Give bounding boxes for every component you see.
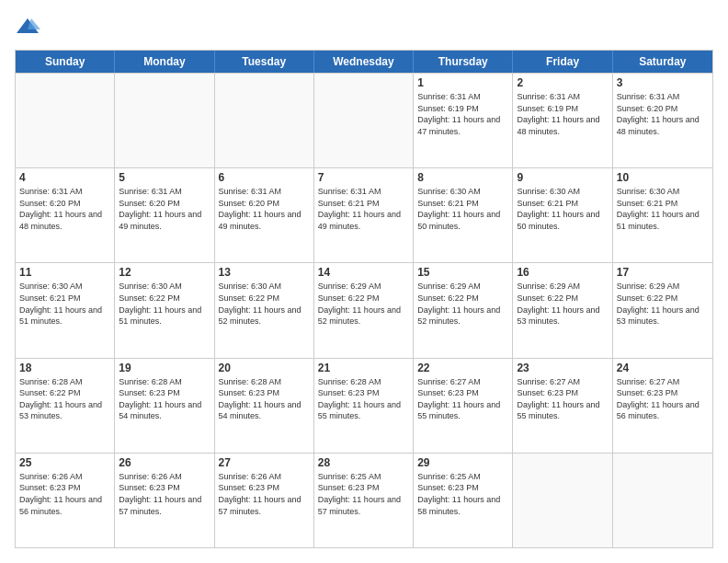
header-day-saturday: Saturday [613, 51, 712, 73]
calendar-row-4: 25Sunrise: 6:26 AM Sunset: 6:23 PM Dayli… [16, 453, 712, 547]
header-day-sunday: Sunday [16, 51, 115, 73]
day-number: 26 [119, 456, 210, 469]
day-cell-27: 27Sunrise: 6:26 AM Sunset: 6:23 PM Dayli… [215, 454, 314, 547]
day-cell-4: 4Sunrise: 6:31 AM Sunset: 6:20 PM Daylig… [16, 168, 115, 262]
cell-details: Sunrise: 6:30 AM Sunset: 6:21 PM Dayligh… [417, 186, 508, 232]
day-cell-empty-0-2 [215, 74, 314, 167]
day-cell-6: 6Sunrise: 6:31 AM Sunset: 6:20 PM Daylig… [215, 168, 314, 262]
cell-details: Sunrise: 6:27 AM Sunset: 6:23 PM Dayligh… [517, 376, 608, 422]
day-number: 19 [119, 362, 210, 374]
calendar-row-1: 4Sunrise: 6:31 AM Sunset: 6:20 PM Daylig… [16, 167, 712, 262]
cell-details: Sunrise: 6:31 AM Sunset: 6:19 PM Dayligh… [517, 91, 608, 137]
day-number: 23 [517, 362, 608, 374]
day-number: 24 [617, 362, 709, 374]
day-cell-7: 7Sunrise: 6:31 AM Sunset: 6:21 PM Daylig… [314, 168, 414, 262]
day-number: 8 [417, 171, 508, 184]
header-day-wednesday: Wednesday [314, 51, 414, 73]
cell-details: Sunrise: 6:31 AM Sunset: 6:21 PM Dayligh… [318, 186, 409, 232]
header [15, 15, 713, 40]
day-cell-28: 28Sunrise: 6:25 AM Sunset: 6:23 PM Dayli… [314, 454, 414, 547]
cell-details: Sunrise: 6:31 AM Sunset: 6:19 PM Dayligh… [417, 91, 508, 137]
cell-details: Sunrise: 6:26 AM Sunset: 6:23 PM Dayligh… [219, 471, 310, 517]
calendar-header: SundayMondayTuesdayWednesdayThursdayFrid… [16, 51, 712, 73]
cell-details: Sunrise: 6:26 AM Sunset: 6:23 PM Dayligh… [119, 471, 210, 517]
cell-details: Sunrise: 6:25 AM Sunset: 6:23 PM Dayligh… [417, 471, 508, 517]
day-cell-empty-4-5 [513, 454, 612, 547]
header-day-friday: Friday [513, 51, 612, 73]
day-cell-empty-0-1 [115, 74, 214, 167]
day-cell-11: 11Sunrise: 6:30 AM Sunset: 6:21 PM Dayli… [16, 263, 115, 357]
day-number: 13 [219, 266, 310, 279]
calendar-row-0: 1Sunrise: 6:31 AM Sunset: 6:19 PM Daylig… [16, 73, 712, 167]
day-cell-5: 5Sunrise: 6:31 AM Sunset: 6:20 PM Daylig… [115, 168, 214, 262]
day-number: 22 [417, 362, 508, 374]
day-number: 28 [318, 456, 409, 469]
cell-details: Sunrise: 6:31 AM Sunset: 6:20 PM Dayligh… [119, 186, 210, 232]
day-number: 12 [119, 266, 210, 279]
cell-details: Sunrise: 6:30 AM Sunset: 6:22 PM Dayligh… [119, 281, 210, 327]
day-number: 20 [219, 362, 310, 374]
day-number: 14 [318, 266, 409, 279]
day-cell-29: 29Sunrise: 6:25 AM Sunset: 6:23 PM Dayli… [414, 454, 513, 547]
day-number: 15 [417, 266, 508, 279]
day-number: 6 [219, 171, 310, 184]
day-cell-14: 14Sunrise: 6:29 AM Sunset: 6:22 PM Dayli… [314, 263, 414, 357]
day-number: 7 [318, 171, 409, 184]
cell-details: Sunrise: 6:29 AM Sunset: 6:22 PM Dayligh… [617, 281, 709, 327]
day-cell-16: 16Sunrise: 6:29 AM Sunset: 6:22 PM Dayli… [513, 263, 612, 357]
cell-details: Sunrise: 6:25 AM Sunset: 6:23 PM Dayligh… [318, 471, 409, 517]
day-cell-1: 1Sunrise: 6:31 AM Sunset: 6:19 PM Daylig… [414, 74, 513, 167]
calendar: SundayMondayTuesdayWednesdayThursdayFrid… [15, 50, 713, 548]
day-cell-23: 23Sunrise: 6:27 AM Sunset: 6:23 PM Dayli… [513, 359, 612, 453]
logo-icon [15, 15, 40, 40]
cell-details: Sunrise: 6:28 AM Sunset: 6:23 PM Dayligh… [219, 376, 310, 422]
day-cell-empty-0-0 [16, 74, 115, 167]
cell-details: Sunrise: 6:28 AM Sunset: 6:22 PM Dayligh… [19, 376, 110, 422]
day-number: 17 [617, 266, 709, 279]
day-number: 25 [19, 456, 110, 469]
day-number: 27 [219, 456, 310, 469]
day-number: 1 [417, 76, 508, 89]
day-number: 5 [119, 171, 210, 184]
day-number: 11 [19, 266, 110, 279]
day-cell-empty-4-6 [613, 454, 712, 547]
day-cell-24: 24Sunrise: 6:27 AM Sunset: 6:23 PM Dayli… [613, 359, 712, 453]
day-cell-3: 3Sunrise: 6:31 AM Sunset: 6:20 PM Daylig… [613, 74, 712, 167]
cell-details: Sunrise: 6:28 AM Sunset: 6:23 PM Dayligh… [318, 376, 409, 422]
cell-details: Sunrise: 6:29 AM Sunset: 6:22 PM Dayligh… [417, 281, 508, 327]
cell-details: Sunrise: 6:27 AM Sunset: 6:23 PM Dayligh… [417, 376, 508, 422]
cell-details: Sunrise: 6:29 AM Sunset: 6:22 PM Dayligh… [517, 281, 608, 327]
day-cell-empty-0-3 [314, 74, 414, 167]
cell-details: Sunrise: 6:30 AM Sunset: 6:22 PM Dayligh… [219, 281, 310, 327]
day-number: 4 [19, 171, 110, 184]
cell-details: Sunrise: 6:31 AM Sunset: 6:20 PM Dayligh… [19, 186, 110, 232]
cell-details: Sunrise: 6:29 AM Sunset: 6:22 PM Dayligh… [318, 281, 409, 327]
day-number: 29 [417, 456, 508, 469]
day-cell-20: 20Sunrise: 6:28 AM Sunset: 6:23 PM Dayli… [215, 359, 314, 453]
day-cell-2: 2Sunrise: 6:31 AM Sunset: 6:19 PM Daylig… [513, 74, 612, 167]
day-number: 18 [19, 362, 110, 374]
day-cell-8: 8Sunrise: 6:30 AM Sunset: 6:21 PM Daylig… [414, 168, 513, 262]
day-cell-21: 21Sunrise: 6:28 AM Sunset: 6:23 PM Dayli… [314, 359, 414, 453]
day-cell-15: 15Sunrise: 6:29 AM Sunset: 6:22 PM Dayli… [414, 263, 513, 357]
day-cell-25: 25Sunrise: 6:26 AM Sunset: 6:23 PM Dayli… [16, 454, 115, 547]
day-number: 3 [617, 76, 709, 89]
day-cell-22: 22Sunrise: 6:27 AM Sunset: 6:23 PM Dayli… [414, 359, 513, 453]
day-cell-17: 17Sunrise: 6:29 AM Sunset: 6:22 PM Dayli… [613, 263, 712, 357]
logo [15, 15, 44, 40]
cell-details: Sunrise: 6:27 AM Sunset: 6:23 PM Dayligh… [617, 376, 709, 422]
header-day-tuesday: Tuesday [215, 51, 314, 73]
cell-details: Sunrise: 6:28 AM Sunset: 6:23 PM Dayligh… [119, 376, 210, 422]
day-cell-19: 19Sunrise: 6:28 AM Sunset: 6:23 PM Dayli… [115, 359, 214, 453]
header-day-monday: Monday [115, 51, 214, 73]
svg-marker-1 [28, 18, 40, 29]
calendar-row-2: 11Sunrise: 6:30 AM Sunset: 6:21 PM Dayli… [16, 262, 712, 357]
day-cell-9: 9Sunrise: 6:30 AM Sunset: 6:21 PM Daylig… [513, 168, 612, 262]
day-number: 9 [517, 171, 608, 184]
page: SundayMondayTuesdayWednesdayThursdayFrid… [0, 0, 728, 563]
cell-details: Sunrise: 6:30 AM Sunset: 6:21 PM Dayligh… [19, 281, 110, 327]
cell-details: Sunrise: 6:31 AM Sunset: 6:20 PM Dayligh… [219, 186, 310, 232]
cell-details: Sunrise: 6:31 AM Sunset: 6:20 PM Dayligh… [617, 91, 709, 137]
cell-details: Sunrise: 6:26 AM Sunset: 6:23 PM Dayligh… [19, 471, 110, 517]
header-day-thursday: Thursday [414, 51, 513, 73]
